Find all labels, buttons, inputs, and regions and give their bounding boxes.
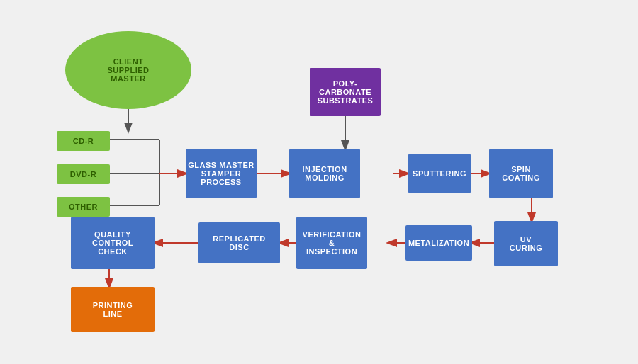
glass-master-node: GLASS MASTERSTAMPERPROCESS [186,149,257,198]
quality-control-node: QUALITYCONTROLCHECK [71,217,155,269]
printing-line-node: PRINTINGLINE [71,287,155,332]
sputtering-node: SPUTTERING [408,154,471,193]
verification-node: VERIFICATION&INSPECTION [296,217,367,269]
spin-coating-node: SPINCOATING [489,149,553,198]
metalization-node: METALIZATION [405,225,472,261]
flowchart-diagram: CLIENTSUPPLIEDMASTER CD-R DVD-R OTHER GL… [0,0,638,364]
uv-curing-node: UVCURING [494,221,558,266]
injection-molding-node: INJECTIONMOLDING [289,149,360,198]
poly-carbonate-node: POLY-CARBONATESUBSTRATES [310,68,381,116]
cd-r-node: CD-R [57,131,110,151]
client-supplied-master-node: CLIENTSUPPLIEDMASTER [65,31,191,109]
dvd-r-node: DVD-R [57,164,110,184]
replicated-disc-node: REPLICATEDDISC [198,222,280,263]
other-node: OTHER [57,197,110,217]
